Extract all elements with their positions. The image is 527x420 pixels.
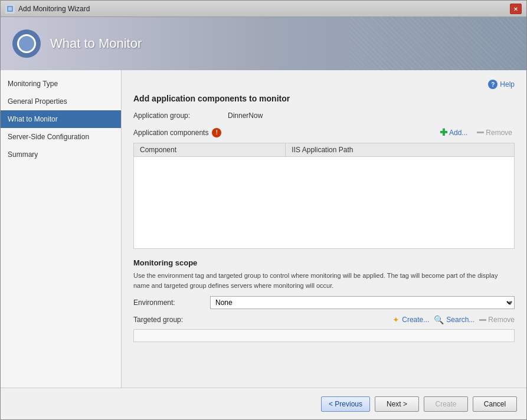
application-group-label: Application group: xyxy=(133,111,228,120)
section-title: Add application components to monitor xyxy=(133,94,515,103)
footer: < Previous Next > Create Cancel xyxy=(1,388,526,419)
monitoring-scope-desc: Use the environment tag and targeted gro… xyxy=(133,271,515,290)
environment-label: Environment: xyxy=(133,298,210,307)
header-bg-pattern xyxy=(349,17,526,70)
environment-select-wrapper: None ▼ xyxy=(210,296,515,309)
add-icon: ✚ xyxy=(440,127,447,138)
create-icon: ✦ xyxy=(392,315,400,324)
sidebar-item-what-to-monitor[interactable]: What to Monitor xyxy=(1,110,121,128)
window-icon xyxy=(5,4,15,14)
application-group-value: DinnerNow xyxy=(228,111,263,120)
targeted-remove-icon xyxy=(479,319,486,321)
targeted-remove-button: Remove xyxy=(479,316,515,324)
sidebar-item-monitoring-type[interactable]: Monitoring Type xyxy=(1,75,121,93)
warning-icon: ! xyxy=(212,128,221,137)
window-title: Add Monitoring Wizard xyxy=(18,5,510,13)
sidebar: Monitoring Type General Properties What … xyxy=(1,70,122,388)
environment-select[interactable]: None xyxy=(210,296,515,309)
application-components-row: Application components ! ✚ Add... Remove xyxy=(133,126,515,139)
search-label: Search... xyxy=(446,316,474,324)
application-group-row: Application group: DinnerNow xyxy=(133,111,515,120)
targeted-group-label: Targeted group: xyxy=(133,316,210,324)
targeted-group-input[interactable] xyxy=(133,329,515,342)
remove-button: Remove xyxy=(474,127,515,138)
monitoring-scope-section: Monitoring scope Use the environment tag… xyxy=(133,258,515,347)
next-button[interactable]: Next > xyxy=(375,396,419,412)
help-row: ? Help xyxy=(133,80,515,89)
svg-rect-1 xyxy=(8,7,12,11)
create-footer-button[interactable]: Create xyxy=(424,396,468,412)
sidebar-item-summary[interactable]: Summary xyxy=(1,146,121,163)
table-empty-row xyxy=(134,157,515,249)
content-area: ? Help Add application components to mon… xyxy=(122,70,526,388)
help-link[interactable]: ? Help xyxy=(488,80,515,89)
header-icon xyxy=(12,29,41,58)
search-icon: 🔍 xyxy=(434,315,444,324)
col-iis-path: IIS Application Path xyxy=(286,143,515,157)
add-label: Add... xyxy=(449,129,467,137)
title-bar: Add Monitoring Wizard × xyxy=(1,1,526,17)
header-icon-inner xyxy=(17,34,36,53)
close-button[interactable]: × xyxy=(510,4,522,14)
remove-label: Remove xyxy=(486,129,512,137)
search-button[interactable]: 🔍 Search... xyxy=(434,315,474,324)
targeted-group-toolbar: ✦ Create... 🔍 Search... Remove xyxy=(392,315,515,324)
previous-button[interactable]: < Previous xyxy=(321,396,370,412)
monitoring-scope-title: Monitoring scope xyxy=(133,258,515,267)
remove-icon xyxy=(477,132,484,133)
sidebar-item-server-side-configuration[interactable]: Server-Side Configuration xyxy=(1,128,121,146)
help-icon: ? xyxy=(488,80,497,89)
targeted-remove-label: Remove xyxy=(488,316,515,324)
app-components-text: Application components xyxy=(133,129,208,137)
create-label: Create... xyxy=(402,316,429,324)
header-title: What to Monitor xyxy=(50,36,142,51)
targeted-group-row: Targeted group: ✦ Create... 🔍 Search... xyxy=(133,315,515,324)
col-component: Component xyxy=(134,143,286,157)
add-button[interactable]: ✚ Add... xyxy=(437,126,470,139)
application-components-label: Application components ! xyxy=(133,128,437,137)
components-table: Component IIS Application Path xyxy=(133,143,515,249)
targeted-input-row xyxy=(133,329,515,342)
main-window: Add Monitoring Wizard × What to Monitor … xyxy=(0,0,527,420)
empty-cell xyxy=(134,157,515,249)
main-content: Monitoring Type General Properties What … xyxy=(1,70,526,388)
header-banner: What to Monitor xyxy=(1,17,526,70)
environment-row: Environment: None ▼ xyxy=(133,296,515,309)
sidebar-item-general-properties[interactable]: General Properties xyxy=(1,93,121,110)
toolbar-right: ✚ Add... Remove xyxy=(437,126,515,139)
cancel-button[interactable]: Cancel xyxy=(473,396,517,412)
create-button[interactable]: ✦ Create... xyxy=(392,315,429,324)
help-label: Help xyxy=(500,80,515,88)
